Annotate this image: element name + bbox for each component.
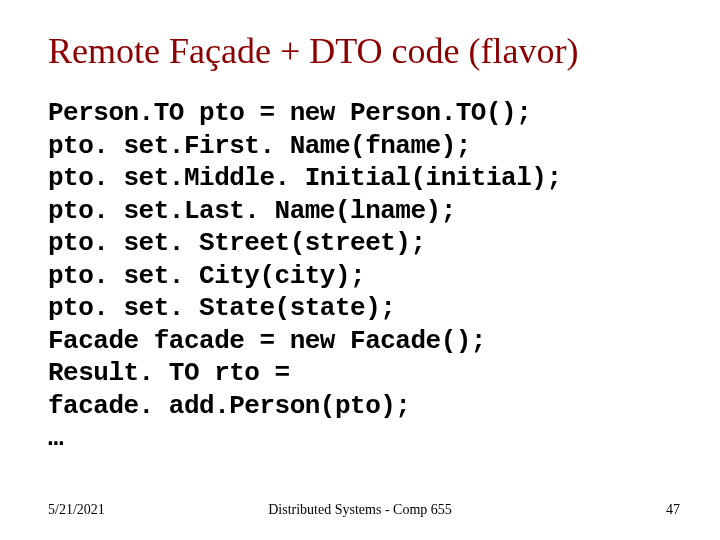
code-line: … (48, 422, 680, 455)
code-line: Facade facade = new Facade(); (48, 325, 680, 358)
code-line: pto. set. Street(street); (48, 227, 680, 260)
code-line: facade. add.Person(pto); (48, 390, 680, 423)
code-line: pto. set.Last. Name(lname); (48, 195, 680, 228)
code-line: pto. set.Middle. Initial(initial); (48, 162, 680, 195)
slide: Remote Façade + DTO code (flavor) Person… (0, 0, 720, 540)
code-line: pto. set. State(state); (48, 292, 680, 325)
code-line: pto. set. City(city); (48, 260, 680, 293)
slide-title: Remote Façade + DTO code (flavor) (48, 30, 680, 73)
code-line: Result. TO rto = (48, 357, 680, 390)
footer-page-number: 47 (666, 502, 680, 518)
code-block: Person.TO pto = new Person.TO(); pto. se… (48, 97, 680, 455)
code-line: Person.TO pto = new Person.TO(); (48, 97, 680, 130)
code-line: pto. set.First. Name(fname); (48, 130, 680, 163)
footer-course: Distributed Systems - Comp 655 (0, 502, 720, 518)
